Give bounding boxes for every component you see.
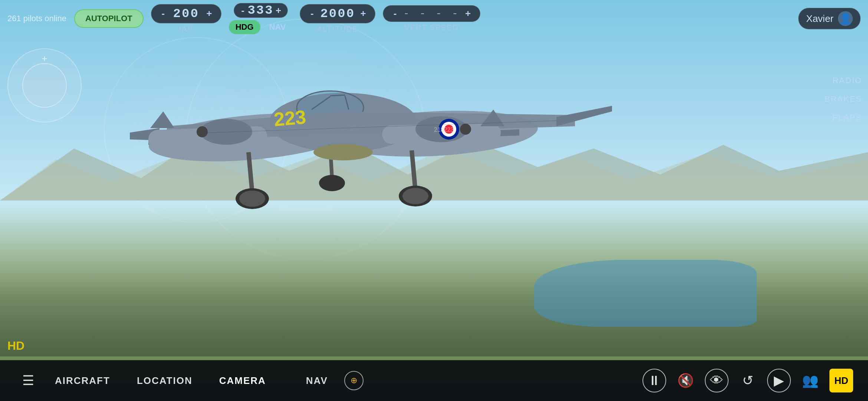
- vert-speed-value-row: - - - - - +: [383, 5, 480, 22]
- pause-button[interactable]: ⏸: [642, 369, 666, 392]
- compass-icon[interactable]: ⊕: [344, 371, 364, 390]
- nav-aircraft[interactable]: AIRCRAFT: [42, 375, 124, 387]
- user-avatar: 👤: [838, 11, 853, 26]
- ias-value-row: - 200 +: [151, 4, 221, 23]
- altitude-label: ALTITUDE: [317, 25, 358, 33]
- water-body: [534, 260, 757, 327]
- svg-point-33: [313, 144, 373, 160]
- vert-speed-control-group: - - - - - + VERT SPEED: [383, 5, 480, 32]
- hdg-value: 333: [246, 3, 276, 17]
- svg-point-16: [460, 124, 471, 135]
- nav-label[interactable]: NAV: [293, 375, 341, 387]
- nav-location[interactable]: LOCATION: [124, 375, 206, 387]
- svg-marker-30: [150, 111, 174, 128]
- refresh-button[interactable]: ↺: [736, 369, 760, 392]
- joystick-area[interactable]: +: [7, 48, 89, 130]
- svg-point-22: [402, 188, 428, 204]
- radio-button[interactable]: RADIO: [829, 74, 865, 87]
- aircraft-view: 223 218223: [111, 30, 631, 252]
- svg-point-24: [319, 175, 345, 191]
- mute-button[interactable]: 🔇: [674, 369, 697, 392]
- autopilot-button[interactable]: AUTOPILOT: [74, 9, 144, 28]
- ias-minus-button[interactable]: -: [157, 8, 169, 19]
- app-container: 223 218223 261 pilots online AUTOPILOT: [0, 0, 868, 401]
- bottom-icon-group: ⏸ 🔇 👁 ↺ ▶ 👥 HD: [642, 369, 853, 392]
- users-button[interactable]: 👥: [798, 369, 822, 392]
- svg-line-36: [330, 95, 345, 96]
- hdg-minus-button[interactable]: -: [234, 3, 246, 17]
- joystick-inner[interactable]: [22, 63, 67, 108]
- avatar-icon: 👤: [839, 13, 852, 25]
- svg-point-15: [197, 126, 208, 137]
- menu-icon[interactable]: ☰: [15, 373, 42, 388]
- altitude-value-row: - 2000 +: [300, 4, 375, 23]
- right-panel: RADIO BRAKES FLAPS: [794, 74, 868, 124]
- hdg-control-group: - 333 + HDG NAV: [229, 3, 293, 34]
- svg-point-19: [239, 190, 265, 207]
- svg-text:218223: 218223: [434, 127, 454, 133]
- top-hud: 261 pilots online AUTOPILOT - 200 + IAS …: [0, 0, 868, 37]
- vert-speed-label: VERT SPEED: [404, 23, 458, 32]
- nav-camera[interactable]: CAMERA: [206, 375, 279, 387]
- altitude-minus-button[interactable]: -: [306, 8, 318, 19]
- altitude-control-group: - 2000 + ALTITUDE: [300, 4, 375, 33]
- user-profile[interactable]: Xavier 👤: [798, 8, 861, 29]
- ias-label: IAS: [179, 25, 193, 33]
- altitude-value: 2000: [320, 7, 355, 21]
- altitude-plus-button[interactable]: +: [357, 8, 369, 19]
- hd-button[interactable]: HD: [829, 369, 853, 392]
- bottom-nav-bar: ☰ AIRCRAFT LOCATION CAMERA NAV ⊕ ⏸ 🔇 👁 ↺…: [0, 360, 868, 401]
- eye-button[interactable]: 👁: [705, 369, 729, 392]
- hd-badge-overlay: HD: [7, 339, 24, 353]
- svg-text:223: 223: [273, 106, 307, 130]
- vert-speed-plus-button[interactable]: +: [462, 8, 474, 19]
- ias-control-group: - 200 + IAS: [151, 4, 221, 33]
- nav-compass-group[interactable]: NAV ⊕: [279, 371, 377, 390]
- svg-marker-7: [556, 106, 612, 126]
- nav-badge[interactable]: NAV: [263, 20, 293, 34]
- brakes-button[interactable]: BRAKES: [822, 93, 865, 105]
- hdg-badge[interactable]: HDG: [229, 20, 260, 34]
- ias-value: 200: [171, 7, 201, 21]
- joystick-plus-icon: +: [42, 53, 47, 64]
- play-button[interactable]: ▶: [767, 369, 791, 392]
- username-text: Xavier: [806, 13, 834, 25]
- hdg-plus-button[interactable]: +: [276, 3, 287, 17]
- vert-speed-value: - - - -: [403, 8, 460, 19]
- pilots-online-text: 261 pilots online: [7, 14, 67, 23]
- joystick-outer[interactable]: +: [7, 48, 82, 123]
- hdg-nav-row: - 333 +: [234, 3, 288, 18]
- flaps-button[interactable]: FLAPS: [829, 111, 865, 124]
- ias-plus-button[interactable]: +: [203, 8, 215, 19]
- vert-speed-minus-button[interactable]: -: [389, 8, 401, 19]
